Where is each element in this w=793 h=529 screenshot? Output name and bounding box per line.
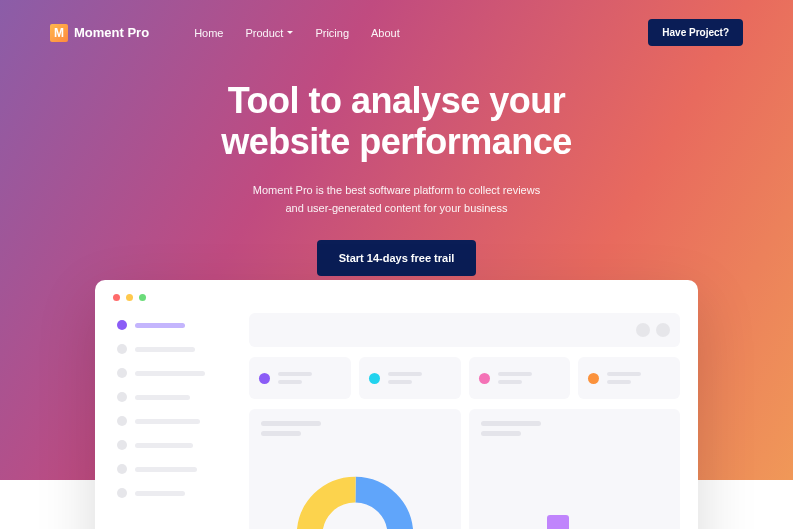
hero-title-line2: website performance <box>221 121 572 162</box>
nav-product-label: Product <box>245 27 283 39</box>
placeholder-line <box>261 421 321 426</box>
dot-icon <box>117 464 127 474</box>
mock-topbar <box>249 313 680 347</box>
sidebar-item <box>113 409 233 433</box>
dot-icon <box>117 320 127 330</box>
sidebar-item <box>113 385 233 409</box>
placeholder-line <box>135 371 205 376</box>
dot-icon <box>117 344 127 354</box>
donut-chart <box>295 475 415 529</box>
hero-section: Tool to analyse your website performance… <box>0 50 793 296</box>
placeholder-line <box>388 380 412 384</box>
sidebar-item <box>113 361 233 385</box>
sidebar-item <box>113 313 233 337</box>
placeholder-line <box>278 380 302 384</box>
placeholder-line <box>135 467 197 472</box>
sidebar-item <box>113 337 233 361</box>
nav-pricing[interactable]: Pricing <box>315 27 349 39</box>
placeholder-line <box>481 421 541 426</box>
placeholder-line <box>135 323 185 328</box>
dot-icon <box>117 440 127 450</box>
placeholder-line <box>261 431 301 436</box>
placeholder-line <box>607 372 641 376</box>
minimize-icon <box>126 294 133 301</box>
chevron-down-icon <box>287 31 293 34</box>
close-icon <box>113 294 120 301</box>
dot-icon <box>117 392 127 402</box>
stat-card <box>469 357 571 399</box>
hero-subtitle: Moment Pro is the best software platform… <box>0 181 793 218</box>
placeholder-line <box>481 431 521 436</box>
mock-main <box>249 313 680 529</box>
placeholder-line <box>278 372 312 376</box>
nav-product[interactable]: Product <box>245 27 293 39</box>
mock-stats-row <box>249 357 680 399</box>
start-trial-button[interactable]: Start 14-days free trail <box>317 240 477 276</box>
bar <box>547 515 569 529</box>
window-controls <box>113 294 680 301</box>
dot-icon <box>369 373 380 384</box>
sidebar-item <box>113 457 233 481</box>
avatar-placeholder-icon <box>656 323 670 337</box>
dot-icon <box>117 368 127 378</box>
dashboard-mockup <box>95 280 698 529</box>
placeholder-line <box>135 347 195 352</box>
mock-sidebar <box>113 313 233 529</box>
donut-chart-card <box>249 409 461 529</box>
sidebar-item <box>113 433 233 457</box>
placeholder-line <box>607 380 631 384</box>
dot-icon <box>117 416 127 426</box>
hero-title: Tool to analyse your website performance <box>0 80 793 163</box>
placeholder-line <box>498 380 522 384</box>
placeholder-line <box>135 491 185 496</box>
logo-text: Moment Pro <box>74 25 149 40</box>
main-nav: Home Product Pricing About <box>194 27 400 39</box>
logo-mark-icon: M <box>50 24 68 42</box>
stat-card <box>578 357 680 399</box>
dot-icon <box>588 373 599 384</box>
nav-about[interactable]: About <box>371 27 400 39</box>
have-project-button[interactable]: Have Project? <box>648 19 743 46</box>
placeholder-line <box>498 372 532 376</box>
hero-sub-line2: and user-generated content for your busi… <box>286 202 508 214</box>
stat-card <box>249 357 351 399</box>
stat-card <box>359 357 461 399</box>
nav-home[interactable]: Home <box>194 27 223 39</box>
maximize-icon <box>139 294 146 301</box>
bar-chart <box>489 499 661 529</box>
hero-sub-line1: Moment Pro is the best software platform… <box>253 184 540 196</box>
bar-chart-card <box>469 409 681 529</box>
placeholder-line <box>388 372 422 376</box>
dot-icon <box>259 373 270 384</box>
dot-icon <box>117 488 127 498</box>
placeholder-line <box>135 419 200 424</box>
placeholder-line <box>135 395 190 400</box>
dot-icon <box>479 373 490 384</box>
logo[interactable]: M Moment Pro <box>50 24 149 42</box>
placeholder-line <box>135 443 193 448</box>
avatar-placeholder-icon <box>636 323 650 337</box>
hero-title-line1: Tool to analyse your <box>228 80 565 121</box>
sidebar-item <box>113 481 233 505</box>
